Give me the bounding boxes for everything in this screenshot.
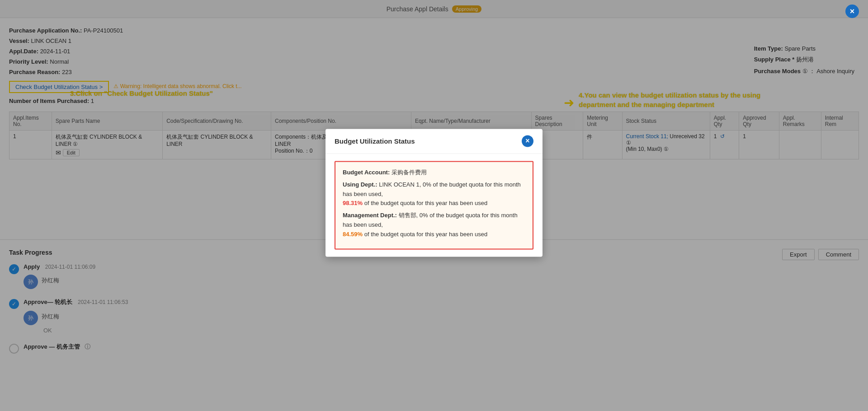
modal-title: Budget Utilization Status <box>335 137 415 145</box>
modal-header: Budget Utilization Status × <box>326 129 542 154</box>
global-close-button[interactable]: × <box>845 5 859 18</box>
using-dept-text: LINK OCEAN 1, <box>379 181 421 188</box>
mgmt-dept-label: Management Dept.: <box>343 212 397 219</box>
using-dept-label: Using Dept.: <box>343 181 377 188</box>
using-dept-zero: 0% <box>423 181 431 188</box>
budget-modal: Budget Utilization Status × Budget Accou… <box>326 129 542 257</box>
mgmt-dept-orange-pct: 84.59% <box>343 231 363 238</box>
budget-account-line: Budget Account: 采购备件费用 <box>343 168 525 177</box>
mgmt-dept-text: 销售部, <box>399 212 418 219</box>
mgmt-dept-line: Management Dept.: 销售部, 0% of the budget … <box>343 211 525 239</box>
mgmt-dept-zero: 0% <box>420 212 428 219</box>
budget-account-label: Budget Account: <box>343 169 390 176</box>
modal-close-button[interactable]: × <box>522 135 533 147</box>
budget-box: Budget Account: 采购备件费用 Using Dept.: LINK… <box>335 161 533 249</box>
mgmt-dept-end: of the budget quota for this year has be… <box>364 231 487 238</box>
using-dept-line: Using Dept.: LINK OCEAN 1, 0% of the bud… <box>343 180 525 208</box>
using-dept-end: of the budget quota for this year has be… <box>364 200 487 207</box>
budget-account-value: 采购备件费用 <box>392 169 427 176</box>
using-dept-red-pct: 98.31% <box>343 200 363 207</box>
modal-body: Budget Account: 采购备件费用 Using Dept.: LINK… <box>326 154 542 257</box>
